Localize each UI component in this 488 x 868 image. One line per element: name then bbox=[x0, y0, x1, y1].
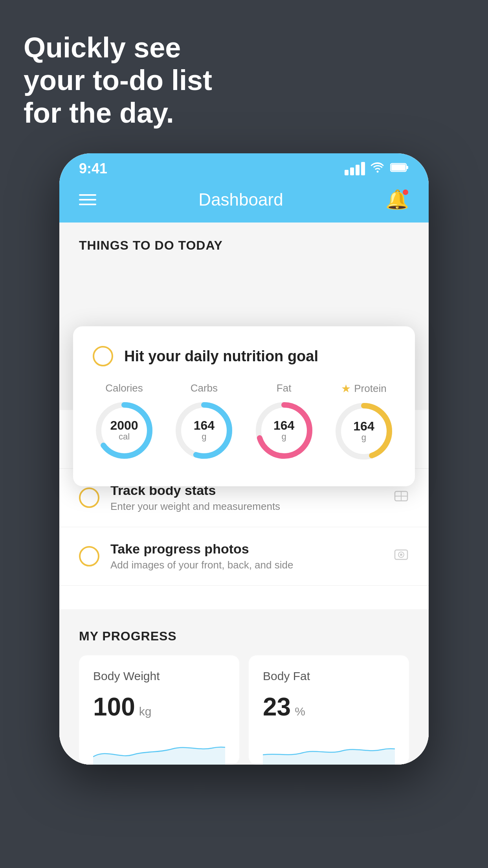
carbs-value: 164 bbox=[194, 419, 215, 432]
hero-line1: Quickly see bbox=[24, 31, 212, 64]
fat-value-text: 164 g bbox=[273, 419, 294, 442]
nutrition-protein: ★ Protein 164 g bbox=[332, 382, 395, 463]
notification-bell[interactable]: 🔔 bbox=[385, 189, 409, 211]
protein-label-wrapper: ★ Protein bbox=[341, 382, 386, 395]
hero-line2: your to-do list bbox=[24, 64, 212, 97]
things-section-title: THINGS TO DO TODAY bbox=[79, 238, 409, 253]
hero-line3: for the day. bbox=[24, 97, 212, 129]
nutrition-carbs: Carbs 164 g bbox=[172, 382, 235, 463]
progress-value-row-fat: 23 % bbox=[263, 692, 395, 721]
status-time: 9:41 bbox=[79, 160, 107, 177]
status-bar: 9:41 bbox=[59, 153, 429, 181]
card-header: Hit your daily nutrition goal bbox=[93, 346, 395, 366]
nutrition-card-title: Hit your daily nutrition goal bbox=[124, 348, 318, 365]
carbs-donut: 164 g bbox=[172, 399, 235, 462]
calories-label: Calories bbox=[105, 382, 143, 394]
svg-rect-2 bbox=[391, 164, 405, 171]
protein-unit: g bbox=[353, 432, 374, 443]
progress-value-fat: 23 bbox=[263, 692, 291, 721]
protein-value-text: 164 g bbox=[353, 420, 374, 443]
todo-subtitle-photos: Add images of your front, back, and side bbox=[110, 559, 382, 571]
progress-value-weight: 100 bbox=[93, 692, 135, 721]
calories-donut: 2000 cal bbox=[93, 399, 156, 462]
menu-icon[interactable] bbox=[79, 194, 96, 205]
progress-card-title-weight: Body Weight bbox=[93, 669, 225, 683]
fat-label: Fat bbox=[277, 382, 292, 394]
todo-checkbox-photos[interactable] bbox=[79, 546, 99, 566]
progress-section: MY PROGRESS Body Weight 100 kg bbox=[59, 609, 429, 765]
todo-content-body-stats: Track body stats Enter your weight and m… bbox=[110, 483, 382, 513]
hero-heading: Quickly see your to-do list for the day. bbox=[24, 31, 212, 129]
fat-value: 164 bbox=[273, 419, 294, 432]
todo-title-photos: Take progress photos bbox=[110, 541, 382, 557]
star-icon: ★ bbox=[341, 382, 351, 395]
carbs-value-text: 164 g bbox=[194, 419, 215, 442]
progress-unit-weight: kg bbox=[139, 705, 152, 718]
todo-checkbox-body-stats[interactable] bbox=[79, 487, 99, 508]
header-title: Dashboard bbox=[198, 190, 283, 210]
calories-value-text: 2000 cal bbox=[110, 419, 138, 442]
protein-value: 164 bbox=[353, 420, 374, 432]
svg-rect-1 bbox=[406, 166, 408, 169]
nutrition-fat: Fat 164 g bbox=[253, 382, 316, 463]
carbs-label: Carbs bbox=[191, 382, 218, 394]
fat-unit: g bbox=[273, 432, 294, 442]
nutrition-card: Hit your daily nutrition goal Calories 2… bbox=[73, 326, 415, 486]
things-section: THINGS TO DO TODAY bbox=[59, 223, 429, 261]
progress-unit-fat: % bbox=[295, 705, 305, 718]
wifi-icon bbox=[371, 162, 385, 176]
svg-point-8 bbox=[400, 554, 402, 556]
calories-unit: cal bbox=[110, 432, 138, 442]
fat-donut: 164 g bbox=[253, 399, 316, 462]
nutrition-grid: Calories 2000 cal Carbs bbox=[93, 382, 395, 463]
carbs-unit: g bbox=[194, 432, 215, 442]
progress-title: MY PROGRESS bbox=[79, 629, 409, 644]
protein-label: Protein bbox=[354, 383, 386, 395]
scale-icon bbox=[393, 488, 409, 508]
progress-card-body-weight[interactable]: Body Weight 100 kg bbox=[79, 655, 239, 765]
notification-dot bbox=[403, 189, 408, 195]
progress-cards: Body Weight 100 kg bbox=[79, 655, 409, 765]
photo-icon bbox=[393, 547, 409, 566]
status-icons bbox=[345, 162, 409, 176]
battery-icon bbox=[390, 162, 409, 175]
nutrition-calories: Calories 2000 cal bbox=[93, 382, 156, 463]
nutrition-checkbox[interactable] bbox=[93, 346, 113, 366]
todo-subtitle-body-stats: Enter your weight and measurements bbox=[110, 500, 382, 513]
app-header: Dashboard 🔔 bbox=[59, 181, 429, 223]
protein-donut: 164 g bbox=[332, 400, 395, 463]
todo-content-photos: Take progress photos Add images of your … bbox=[110, 541, 382, 571]
weight-wave-chart bbox=[93, 733, 225, 765]
calories-value: 2000 bbox=[110, 419, 138, 432]
todo-item-photos[interactable]: Take progress photos Add images of your … bbox=[59, 527, 429, 586]
progress-card-body-fat[interactable]: Body Fat 23 % bbox=[249, 655, 409, 765]
progress-value-row-weight: 100 kg bbox=[93, 692, 225, 721]
signal-bars-icon bbox=[345, 162, 365, 175]
fat-wave-chart bbox=[263, 733, 395, 765]
progress-card-title-fat: Body Fat bbox=[263, 669, 395, 683]
